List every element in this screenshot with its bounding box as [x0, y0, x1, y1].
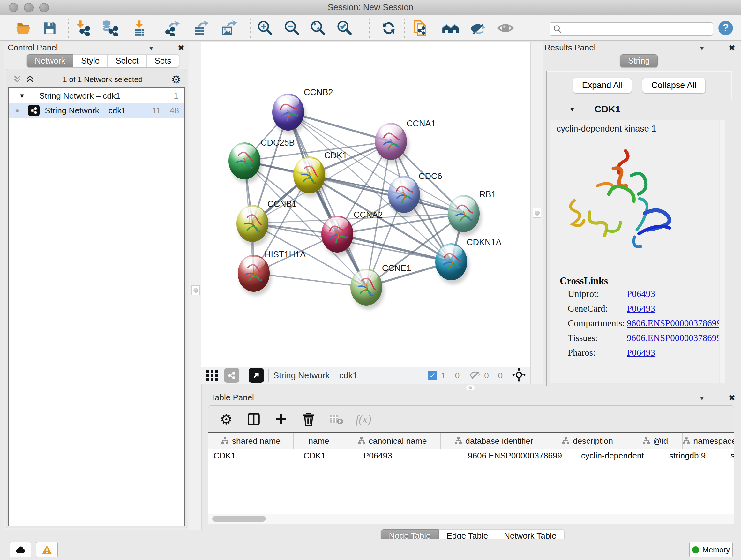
- collapse-panel-icon[interactable]: ▼: [698, 44, 705, 52]
- cell-name[interactable]: CDK1: [298, 449, 354, 462]
- hidden-eye-icon[interactable]: [469, 369, 481, 381]
- table-options-gear-icon[interactable]: ⚙: [218, 411, 234, 428]
- export-network-button[interactable]: [165, 19, 183, 37]
- create-column-icon[interactable]: [273, 413, 289, 426]
- show-grid-icon[interactable]: [204, 368, 220, 383]
- import-network-database-button[interactable]: [101, 19, 119, 37]
- column-header-id[interactable]: @id: [628, 433, 683, 449]
- network-node-HIST1H1A[interactable]: [238, 255, 270, 292]
- network-node-RB1[interactable]: [448, 195, 480, 232]
- collapse-panel-icon[interactable]: ▼: [698, 394, 705, 402]
- table-row[interactable]: CDK1 CDK1 P06493 9606.ENSP00000378699 cy…: [208, 449, 734, 462]
- compartments-link[interactable]: 9606.ENSP00000378699: [627, 318, 719, 328]
- tab-string[interactable]: String: [620, 54, 658, 67]
- collapse-all-networks-icon[interactable]: [13, 75, 21, 84]
- tab-style[interactable]: Style: [73, 54, 108, 67]
- zoom-out-button[interactable]: [283, 19, 300, 37]
- selected-nodes-checkbox[interactable]: ✓: [428, 371, 437, 380]
- pharos-link[interactable]: P06493: [627, 348, 655, 358]
- open-session-button[interactable]: [15, 19, 32, 37]
- scrollbar-thumb[interactable]: [212, 516, 266, 522]
- cell-namespace[interactable]: stringdb: [724, 449, 734, 462]
- column-header-shared-name[interactable]: shared name: [208, 433, 293, 449]
- string-document-button[interactable]: [412, 19, 430, 37]
- column-header-namespace[interactable]: namespace: [683, 433, 734, 449]
- show-columns-icon[interactable]: [246, 412, 262, 426]
- tab-sets[interactable]: Sets: [146, 54, 179, 67]
- share-network-icon[interactable]: [224, 368, 239, 383]
- network-edge-HIST1H1A-CCNE1[interactable]: [254, 273, 366, 287]
- collapse-all-button[interactable]: Collapse All: [642, 78, 705, 93]
- save-session-button[interactable]: [41, 19, 59, 37]
- zoom-fit-button[interactable]: [309, 19, 327, 37]
- tissues-link[interactable]: 9606.ENSP00000378699: [627, 333, 719, 343]
- collapse-panel-icon[interactable]: ▼: [148, 44, 154, 52]
- network-node-CDC6[interactable]: [388, 176, 420, 213]
- column-header-description[interactable]: description: [547, 433, 628, 449]
- import-network-file-button[interactable]: [74, 19, 92, 37]
- gene-expander-icon[interactable]: ▼: [569, 106, 576, 113]
- help-button[interactable]: ?: [717, 19, 735, 37]
- uniprot-link[interactable]: P06493: [627, 289, 655, 299]
- fit-content-crosshair-icon[interactable]: [512, 368, 526, 383]
- bird-view-button[interactable]: [496, 19, 515, 37]
- function-builder-icon[interactable]: f(x): [355, 413, 372, 426]
- table-horizontal-scrollbar[interactable]: [208, 514, 734, 524]
- expand-all-networks-icon[interactable]: [26, 75, 34, 84]
- export-image-button[interactable]: [219, 19, 238, 37]
- close-panel-icon[interactable]: ✖: [178, 44, 185, 53]
- results-scrollbar[interactable]: [720, 120, 725, 383]
- close-panel-icon[interactable]: ✖: [729, 393, 735, 402]
- show-graphics-details-button[interactable]: [469, 19, 487, 37]
- export-table-button[interactable]: [192, 19, 210, 37]
- left-splitter-handle[interactable]: [192, 286, 200, 295]
- cell-description[interactable]: cyclin-dependent ...: [574, 449, 662, 462]
- import-table-file-button[interactable]: [130, 19, 148, 37]
- search-input[interactable]: [564, 24, 710, 34]
- float-panel-icon[interactable]: [163, 45, 170, 51]
- network-node-CCNA1[interactable]: [375, 123, 407, 160]
- zoom-selected-button[interactable]: [335, 19, 353, 37]
- expand-all-button[interactable]: Expand All: [573, 78, 632, 93]
- tab-network[interactable]: Network: [27, 54, 73, 67]
- memory-button[interactable]: Memory: [689, 542, 733, 557]
- gene-section-header[interactable]: ▼ CDK1: [547, 100, 731, 118]
- warnings-button[interactable]: [36, 542, 58, 557]
- network-node-CDC25B[interactable]: [228, 142, 260, 179]
- table-splitter-handle[interactable]: [466, 385, 475, 390]
- network-node-CCNB1[interactable]: [237, 205, 268, 242]
- column-header-canonical-name[interactable]: canonical name: [344, 433, 441, 449]
- right-splitter-handle[interactable]: [533, 208, 541, 218]
- network-node-CCNE1[interactable]: [350, 268, 382, 306]
- cell-shared-name[interactable]: CDK1: [208, 449, 298, 462]
- cloud-status-button[interactable]: [10, 542, 31, 557]
- close-panel-icon[interactable]: ✖: [729, 44, 735, 53]
- left-splitter[interactable]: [189, 42, 202, 530]
- delete-column-icon[interactable]: [300, 412, 317, 426]
- zoom-in-button[interactable]: [256, 19, 274, 37]
- right-splitter[interactable]: [530, 42, 543, 384]
- network-node-CCNB2[interactable]: [272, 94, 304, 131]
- float-panel-icon[interactable]: [714, 45, 720, 51]
- open-birdseye-icon[interactable]: [249, 368, 264, 383]
- home-pages-button[interactable]: [442, 19, 460, 37]
- cell-database-identifier[interactable]: 9606.ENSP00000378699: [460, 449, 574, 462]
- tab-select[interactable]: Select: [108, 54, 146, 67]
- network-canvas[interactable]: CCNB2CCNA1CDC25BCDK1CDC6RB1CCNB1CCNA2CDK…: [201, 42, 530, 367]
- column-header-database-identifier[interactable]: database identifier: [441, 433, 547, 449]
- network-node-CDK1[interactable]: [293, 157, 325, 193]
- column-header-name[interactable]: name: [293, 433, 344, 449]
- network-node-CCNA2[interactable]: [321, 215, 353, 253]
- genecard-link[interactable]: P06493: [627, 303, 655, 314]
- network-collection-row[interactable]: ▼ String Network – cdk1 1: [9, 88, 184, 103]
- float-panel-icon[interactable]: [714, 395, 720, 401]
- collection-expander-icon[interactable]: ▼: [19, 92, 25, 100]
- search-box[interactable]: [549, 22, 713, 36]
- network-node-CDKN1A[interactable]: [435, 243, 467, 280]
- network-options-gear-icon[interactable]: ⚙: [172, 73, 181, 86]
- refresh-button[interactable]: [380, 19, 398, 37]
- cell-canonical-name[interactable]: P06493: [354, 449, 460, 462]
- cell-id[interactable]: stringdb:9...: [662, 449, 724, 462]
- network-row-selected[interactable]: ● String Network – cdk1 11 48: [9, 103, 184, 118]
- delete-table-icon[interactable]: [328, 414, 344, 425]
